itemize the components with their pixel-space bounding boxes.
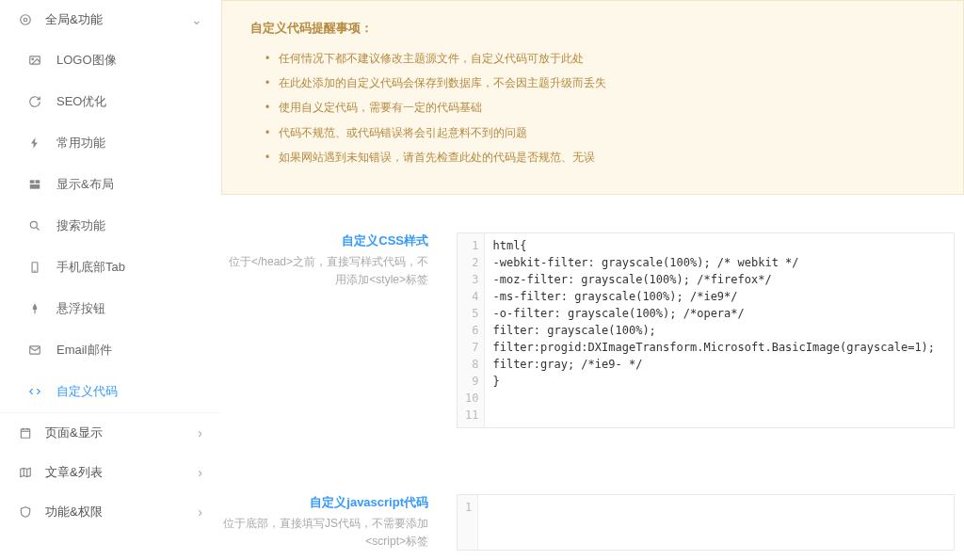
svg-rect-5 bbox=[36, 180, 40, 184]
calendar-icon bbox=[19, 426, 38, 440]
notice-item: 如果网站遇到未知错误，请首先检查此处的代码是否规范、无误 bbox=[279, 149, 935, 167]
field-title: 自定义javascript代码 bbox=[221, 494, 428, 511]
sidebar-item-layout[interactable]: 显示&布局 bbox=[0, 164, 221, 205]
css-code-editor[interactable]: 1234567891011 html{-webkit-filter: grays… bbox=[457, 232, 955, 428]
target-icon bbox=[19, 13, 38, 26]
nav-section-global[interactable]: 全局&功能 ⌄ bbox=[0, 0, 221, 40]
sidebar-item-seo[interactable]: SEO优化 bbox=[0, 81, 221, 122]
notice-item: 任何情况下都不建议修改主题源文件，自定义代码可放于此处 bbox=[279, 50, 935, 68]
nav-section-page[interactable]: 页面&显示 › bbox=[0, 413, 221, 453]
sidebar-item-label: SEO优化 bbox=[56, 93, 106, 110]
sidebar-item-float[interactable]: 悬浮按钮 bbox=[0, 288, 221, 329]
sidebar-item-label: 手机底部Tab bbox=[56, 259, 125, 276]
sidebar-item-email[interactable]: Email邮件 bbox=[0, 329, 221, 371]
sidebar-item-label: 显示&布局 bbox=[56, 176, 114, 193]
notice-list: 任何情况下都不建议修改主题源文件，自定义代码可放于此处 在此处添加的自定义代码会… bbox=[250, 50, 935, 167]
code-content[interactable]: html{-webkit-filter: grayscale(100%); /*… bbox=[485, 233, 954, 427]
shield-icon bbox=[19, 505, 38, 519]
svg-point-3 bbox=[32, 58, 34, 60]
chevron-right-icon: › bbox=[198, 504, 202, 520]
nav-section-permission[interactable]: 功能&权限 › bbox=[0, 492, 221, 532]
field-desc: 位于</head>之前，直接写样式代码，不用添加<style>标签 bbox=[221, 253, 428, 289]
chevron-right-icon: › bbox=[198, 425, 202, 440]
sidebar: 全局&功能 ⌄ LOGO图像 SEO优化 常用功能 显示&布局 搜索功能 手机底… bbox=[0, 0, 221, 560]
notice-item: 代码不规范、或代码错误将会引起意料不到的问题 bbox=[279, 124, 935, 142]
code-icon bbox=[28, 385, 47, 398]
sidebar-item-label: 自定义代码 bbox=[56, 383, 118, 400]
svg-rect-4 bbox=[30, 180, 35, 184]
sidebar-item-label: 悬浮按钮 bbox=[56, 300, 105, 317]
code-content[interactable] bbox=[478, 495, 954, 550]
sidebar-item-label: 搜索功能 bbox=[56, 217, 105, 234]
layout-icon bbox=[28, 178, 47, 191]
nav-section-label: 页面&显示 bbox=[45, 424, 103, 441]
nav-section-label: 功能&权限 bbox=[45, 504, 103, 520]
sidebar-item-label: Email邮件 bbox=[56, 342, 112, 359]
pin-icon bbox=[28, 302, 47, 315]
notice-item: 使用自义定代码，需要有一定的代码基础 bbox=[279, 99, 935, 117]
svg-rect-11 bbox=[21, 429, 29, 438]
sidebar-item-mobile[interactable]: 手机底部Tab bbox=[0, 247, 221, 288]
svg-point-1 bbox=[24, 18, 27, 22]
svg-point-7 bbox=[30, 221, 37, 228]
notice-box: 自定义代码提醒事项： 任何情况下都不建议修改主题源文件，自定义代码可放于此处 在… bbox=[221, 0, 964, 195]
js-code-editor[interactable]: 1 bbox=[457, 494, 955, 551]
field-custom-js: 自定义javascript代码 位于底部，直接填写JS代码，不需要添加<scri… bbox=[221, 494, 964, 551]
sidebar-item-custom-code[interactable]: 自定义代码 bbox=[0, 371, 221, 412]
field-title: 自定义CSS样式 bbox=[221, 232, 428, 249]
field-custom-css: 自定义CSS样式 位于</head>之前，直接写样式代码，不用添加<style>… bbox=[221, 232, 964, 428]
refresh-icon bbox=[28, 95, 47, 108]
field-desc: 位于底部，直接填写JS代码，不需要添加<script>标签 bbox=[221, 515, 428, 551]
nav-section-article[interactable]: 文章&列表 › bbox=[0, 453, 221, 492]
mobile-icon bbox=[28, 261, 47, 274]
sidebar-item-common[interactable]: 常用功能 bbox=[0, 122, 221, 164]
svg-point-0 bbox=[21, 15, 31, 25]
sidebar-item-logo[interactable]: LOGO图像 bbox=[0, 40, 221, 81]
mail-icon bbox=[28, 344, 47, 357]
code-gutter: 1234567891011 bbox=[458, 233, 485, 427]
image-icon bbox=[28, 54, 47, 67]
svg-rect-6 bbox=[30, 184, 40, 189]
main-content: 自定义代码提醒事项： 任何情况下都不建议修改主题源文件，自定义代码可放于此处 在… bbox=[221, 0, 964, 560]
chevron-down-icon: ⌄ bbox=[191, 12, 202, 27]
sidebar-item-label: 常用功能 bbox=[56, 135, 105, 152]
sidebar-item-search[interactable]: 搜索功能 bbox=[0, 205, 221, 247]
chevron-right-icon: › bbox=[198, 465, 202, 480]
notice-item: 在此处添加的自定义代码会保存到数据库，不会因主题升级而丢失 bbox=[279, 74, 935, 92]
notice-title: 自定义代码提醒事项： bbox=[250, 20, 935, 37]
nav-section-label: 文章&列表 bbox=[45, 464, 103, 481]
map-icon bbox=[19, 466, 38, 479]
sidebar-item-label: LOGO图像 bbox=[56, 52, 117, 69]
bolt-icon bbox=[28, 136, 47, 150]
search-icon bbox=[28, 219, 47, 232]
code-gutter: 1 bbox=[458, 495, 478, 550]
nav-section-label: 全局&功能 bbox=[45, 11, 103, 28]
